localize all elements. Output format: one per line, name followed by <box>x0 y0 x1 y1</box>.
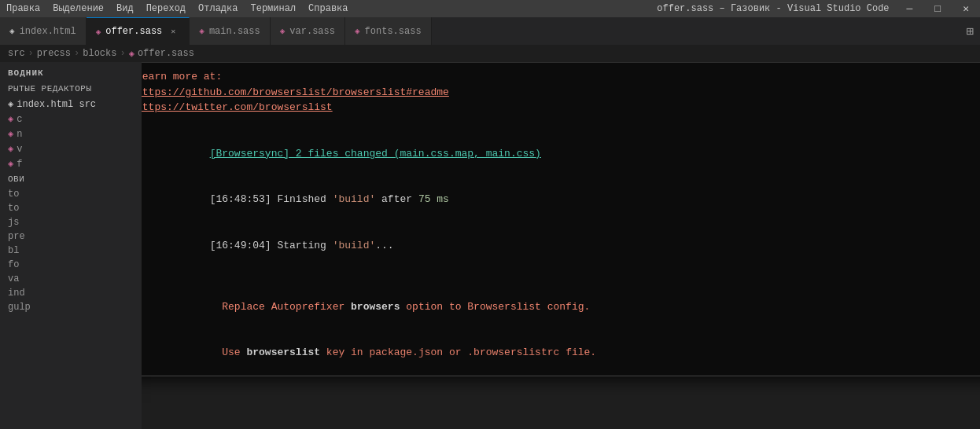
tab-label-index: index.html <box>20 26 76 37</box>
sidebar-item-js[interactable]: js <box>0 215 142 229</box>
window-close[interactable]: ✕ <box>958 2 974 15</box>
term-replace-2: option to Browserslist config. <box>400 301 590 313</box>
tab-fonts-sass[interactable]: ◈ fonts.sass <box>345 17 432 45</box>
sidebar-icon-n: ◈ <box>8 128 13 140</box>
tab-offer-sass[interactable]: ◈ offer.sass ✕ <box>87 17 190 45</box>
terminal-window: ❯ gulp ─ □ ✕ Learn more at: https://gith… <box>142 62 980 376</box>
sidebar-label-bl: bl <box>8 245 19 256</box>
sidebar-label-js: js <box>8 217 19 228</box>
sidebar-label-gulp: gulp <box>8 302 31 313</box>
term-line-8 <box>142 269 980 284</box>
split-editor-button[interactable]: ⊞ <box>960 24 980 39</box>
sidebar-ovi: ОВИ <box>0 171 142 187</box>
editor-area: 1 .offer ❯ gulp ─ □ ✕ Learn <box>142 62 980 429</box>
sidebar-item-n[interactable]: ◈ n <box>0 126 142 141</box>
terminal-body[interactable]: Learn more at: https://github.com/browse… <box>142 63 980 376</box>
breadcrumb-precss[interactable]: precss <box>37 48 71 59</box>
sidebar-icon-f: ◈ <box>8 158 13 170</box>
sidebar-icon-c: ◈ <box>8 113 13 125</box>
term-build-2: 'build' <box>333 240 376 251</box>
breadcrumb-file[interactable]: offer.sass <box>138 48 194 59</box>
tab-bar: ◈ index.html ◈ offer.sass ✕ ◈ main.sass … <box>0 17 980 45</box>
menu-vydelenie[interactable]: Выделение <box>53 3 104 14</box>
sidebar-label-n: n <box>17 129 22 140</box>
term-close-paren-1: ) <box>535 148 541 160</box>
sidebar-label-index: index.html src <box>17 99 96 110</box>
term-line-1: Learn more at: <box>142 69 980 85</box>
window-maximize[interactable]: □ <box>930 3 945 15</box>
tab-icon-index: ◈ <box>9 26 15 36</box>
sidebar-item-bl[interactable]: bl <box>0 244 142 258</box>
sidebar: ВОДНИК РЫТЫЕ РЕДАКТОРЫ ◈ index.html src … <box>0 62 142 429</box>
window-title: offer.sass – Газовик - Visual Studio Cod… <box>657 3 889 14</box>
term-browserslist-key: browserslist <box>246 346 320 358</box>
term-line-4 <box>142 116 980 131</box>
sidebar-label-to1: to <box>8 189 19 200</box>
breadcrumb-blocks[interactable]: blocks <box>83 48 116 59</box>
term-ms-1: 75 ms <box>418 193 449 205</box>
tab-main-sass[interactable]: ◈ main.sass <box>190 17 270 45</box>
menu-otladka[interactable]: Отладка <box>198 3 238 14</box>
menu-spravka[interactable]: Справка <box>308 3 348 14</box>
sidebar-label-va: va <box>8 273 19 284</box>
menu-vid[interactable]: Вид <box>116 3 134 14</box>
term-browsersync-1: [Browsersync] 2 files changed ( <box>210 148 400 160</box>
term-line-2: https://github.com/browserslist/browsers… <box>142 85 980 101</box>
term-line-3: https://twitter.com/browserslist <box>142 100 980 116</box>
menu-bar: Правка Выделение Вид Переход Отладка Тер… <box>0 0 980 17</box>
term-use-2: key in package.json or .browserslistrc <box>320 346 566 358</box>
terminal-overlay: ❯ gulp ─ □ ✕ Learn more at: https://gith… <box>142 62 980 429</box>
term-line-5: [Browsersync] 2 files changed (main.css.… <box>142 130 980 177</box>
breadcrumb-src[interactable]: src <box>8 48 25 59</box>
sidebar-item-v[interactable]: ◈ v <box>0 141 142 156</box>
term-files-1: main.css.map, main.css <box>400 148 535 160</box>
window-minimize[interactable]: ─ <box>902 3 918 15</box>
breadcrumb: src › precss › blocks › ◈ offer.sass <box>0 45 980 62</box>
sidebar-item-to2[interactable]: to <box>0 201 142 215</box>
sidebar-label-f: f <box>17 159 22 170</box>
term-browsers-1: browsers <box>351 301 400 313</box>
menu-terminal[interactable]: Терминал <box>250 3 296 14</box>
breadcrumb-sep3: › <box>120 48 125 59</box>
menu-perekhod[interactable]: Переход <box>146 3 186 14</box>
sidebar-label-pre: pre <box>8 231 25 242</box>
term-line-7: [16:49:04] Starting 'build'... <box>142 222 980 269</box>
term-line-9: Replace Autoprefixer browsers option to … <box>142 284 980 330</box>
tab-index-html[interactable]: ◈ index.html <box>0 17 87 45</box>
sidebar-item-pre[interactable]: pre <box>0 229 142 244</box>
tab-label-var: var.sass <box>289 26 335 37</box>
tab-icon-offer-sass: ◈ <box>129 48 134 60</box>
sidebar-label-v: v <box>17 144 22 155</box>
menu-pravka[interactable]: Правка <box>6 3 40 14</box>
tab-label-offer: offer.sass <box>105 26 162 37</box>
tab-icon-main: ◈ <box>199 26 204 36</box>
breadcrumb-sep2: › <box>74 48 79 59</box>
term-replace-1: Replace Autoprefixer <box>210 301 351 313</box>
tab-close-offer[interactable]: ✕ <box>167 25 179 38</box>
sidebar-item-to1[interactable]: to <box>0 187 142 201</box>
main-layout: ВОДНИК РЫТЫЕ РЕДАКТОРЫ ◈ index.html src … <box>0 62 980 429</box>
sidebar-item-va[interactable]: va <box>0 272 142 286</box>
sidebar-item-fo[interactable]: fo <box>0 258 142 272</box>
sidebar-item-ind[interactable]: ind <box>0 286 142 300</box>
sidebar-item-c[interactable]: ◈ c <box>0 112 142 126</box>
tab-icon-offer: ◈ <box>96 27 101 37</box>
sidebar-item-index[interactable]: ◈ index.html src <box>0 97 142 112</box>
term-after-1: after <box>375 193 418 205</box>
sidebar-icon-index: ◈ <box>8 98 13 110</box>
sidebar-item-f[interactable]: ◈ f <box>0 156 142 171</box>
sidebar-label-fo: fo <box>8 259 19 270</box>
term-build-1: 'build' <box>333 193 376 205</box>
term-use-1: Use <box>210 346 247 358</box>
term-time-1: [16:48:53] Finished <box>210 193 333 205</box>
sidebar-label-c: c <box>17 114 22 125</box>
term-line-10: Use browserslist key in package.json or … <box>142 330 980 376</box>
tab-label-fonts: fonts.sass <box>365 26 422 37</box>
term-dots: ... <box>375 240 393 251</box>
sidebar-label-to2: to <box>8 203 19 214</box>
tab-var-sass[interactable]: ◈ var.sass <box>271 17 345 45</box>
term-file-1: file. <box>566 346 596 358</box>
term-line-6: [16:48:53] Finished 'build' after 75 ms <box>142 177 980 223</box>
sidebar-item-gulp[interactable]: gulp <box>0 300 142 314</box>
sidebar-label-ind: ind <box>8 288 25 299</box>
